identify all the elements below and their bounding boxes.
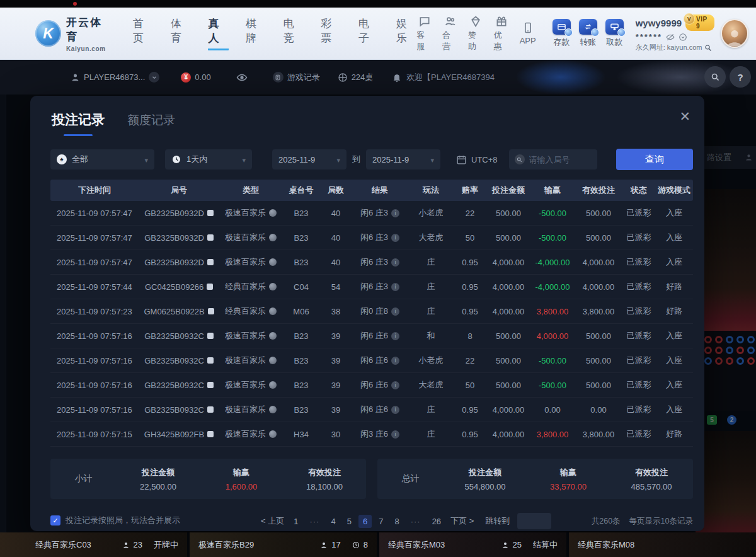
game-type-dot-icon[interactable] [269, 258, 277, 266]
nav-item[interactable]: 电竞 [284, 16, 304, 50]
page-button[interactable]: 4 [326, 515, 340, 528]
query-button[interactable]: 查询 [616, 149, 693, 170]
nav-item[interactable]: 首页 [133, 16, 154, 50]
copy-icon[interactable] [208, 308, 214, 314]
game-type-dot-icon[interactable] [269, 307, 277, 315]
date-to-picker[interactable]: 2025-11-9 [366, 149, 440, 169]
round-search-field[interactable] [509, 149, 597, 169]
quick-link-partner[interactable]: 合营 [442, 15, 458, 52]
cell-game-mode: 入座 [655, 330, 693, 342]
game-type-dot-icon[interactable] [269, 234, 277, 241]
copy-icon[interactable] [207, 234, 214, 241]
info-icon[interactable]: i [391, 430, 399, 439]
chevron-down-icon[interactable] [149, 72, 159, 83]
transfer-button[interactable]: 转账 [579, 19, 597, 48]
page-button[interactable]: 1 [289, 515, 302, 528]
game-type-dot-icon[interactable] [269, 406, 277, 413]
info-icon[interactable]: i [391, 381, 399, 389]
tables-count[interactable]: 224桌 [338, 72, 374, 83]
copy-icon[interactable] [207, 406, 214, 413]
search-button[interactable] [704, 66, 726, 88]
vip-badge[interactable]: VIP 9 [685, 14, 714, 31]
time-range-select[interactable]: 1天内 [165, 149, 252, 169]
copy-icon[interactable] [207, 382, 214, 388]
category-select[interactable]: ♠ 全部 [50, 149, 154, 169]
copy-icon[interactable] [207, 210, 214, 216]
balance-display[interactable]: ¥ 0.00 [181, 72, 210, 83]
modal-tab[interactable]: 额度记录 [127, 112, 175, 129]
copy-icon[interactable] [207, 357, 214, 364]
nav-item[interactable]: 真人 [208, 16, 229, 50]
player-menu[interactable]: PLAYER46873... [71, 72, 159, 83]
info-icon[interactable]: i [391, 258, 399, 267]
page-button[interactable]: 26 [428, 515, 445, 528]
live-table-tile[interactable]: 极速百家乐B29 17 8 [190, 532, 377, 557]
quick-link-app[interactable]: APP [520, 21, 536, 45]
quick-link-service[interactable]: 客服 [416, 15, 432, 52]
copy-icon[interactable] [207, 333, 214, 339]
game-type-dot-icon[interactable] [269, 381, 277, 389]
page-button[interactable]: 5 [343, 515, 356, 528]
info-icon[interactable]: i [391, 234, 399, 242]
checkbox-checked-icon[interactable]: ✓ [50, 515, 60, 525]
info-icon[interactable]: i [391, 357, 399, 365]
quick-link-promo[interactable]: 优惠 [494, 15, 510, 52]
round-search-input[interactable] [529, 155, 592, 164]
info-icon[interactable]: i [391, 332, 399, 340]
copy-icon[interactable] [207, 431, 214, 437]
cell-amount: 4,000.00 [486, 430, 530, 439]
cell-status: 已派彩 [622, 207, 655, 219]
quick-link-sponsor[interactable]: 赞助 [468, 15, 484, 52]
copy-icon[interactable] [207, 284, 213, 290]
timezone-display[interactable]: UTC+8 [456, 154, 498, 165]
info-icon[interactable]: i [391, 307, 399, 316]
cell-odds: 0.95 [454, 430, 486, 439]
prev-page-button[interactable]: < 上页 [258, 514, 287, 529]
bell-icon[interactable] [392, 72, 402, 83]
welcome-marquee: 欢迎【PLAYER4687394 [406, 72, 495, 83]
cell-win-loss: 0.00 [530, 405, 575, 415]
jump-page-input[interactable] [517, 513, 551, 529]
nav-item[interactable]: 电子 [358, 16, 379, 50]
cell-bet-time: 2025-11-09 07:57:16 [50, 356, 139, 365]
page-button[interactable]: 6 [358, 515, 372, 528]
date-from-picker[interactable]: 2025-11-9 [272, 149, 346, 169]
game-type-dot-icon[interactable] [269, 283, 277, 290]
game-records-button[interactable]: 游戏记录 [273, 72, 320, 83]
page-button[interactable]: 8 [390, 515, 403, 528]
cell-win-loss: -500.00 [530, 356, 575, 365]
help-button[interactable]: ? [730, 66, 751, 88]
eye-icon[interactable] [236, 72, 248, 83]
nav-item[interactable]: 娱乐 [396, 16, 417, 50]
modal-tab[interactable]: 投注记录 [52, 111, 105, 136]
live-table-tile[interactable]: 经典百家乐C03 23 开牌中 [0, 532, 187, 557]
brand-logo[interactable]: K 开云体育 Kaiyun.com [35, 15, 113, 52]
nav-item[interactable]: 彩票 [321, 16, 341, 50]
nav-item[interactable]: 体育 [171, 16, 192, 50]
info-icon[interactable]: i [391, 406, 399, 414]
live-table-tile[interactable]: 经典百家乐M08 [569, 532, 756, 557]
page-button[interactable]: ··· [406, 515, 425, 528]
nav-item[interactable]: 棋牌 [246, 16, 266, 50]
next-page-button[interactable]: 下页 > [448, 514, 476, 529]
cell-bet-time: 2025-11-09 07:57:16 [50, 331, 139, 341]
chevron-down-icon[interactable] [679, 33, 687, 42]
avatar[interactable] [721, 19, 748, 48]
close-icon[interactable]: ✕ [679, 110, 690, 123]
info-icon[interactable]: i [391, 209, 399, 217]
withdraw-button[interactable]: 取款 [605, 19, 624, 48]
deposit-button[interactable]: 存款 [553, 19, 571, 48]
game-type-dot-icon[interactable] [269, 357, 277, 364]
page-button[interactable]: ··· [305, 515, 324, 528]
live-table-tile[interactable]: 经典百家乐M03 25 结算中 [379, 532, 566, 557]
game-type-dot-icon[interactable] [269, 430, 277, 438]
game-type-dot-icon[interactable] [269, 209, 277, 217]
page-button[interactable]: 7 [374, 515, 387, 528]
username: wywy9999 [636, 18, 682, 28]
game-type-dot-icon[interactable] [269, 332, 277, 340]
copy-icon[interactable] [207, 259, 214, 265]
info-icon[interactable]: i [391, 283, 399, 291]
eye-off-icon[interactable] [666, 33, 675, 42]
cell-amount: 500.00 [486, 356, 530, 365]
search-icon[interactable] [704, 44, 712, 52]
